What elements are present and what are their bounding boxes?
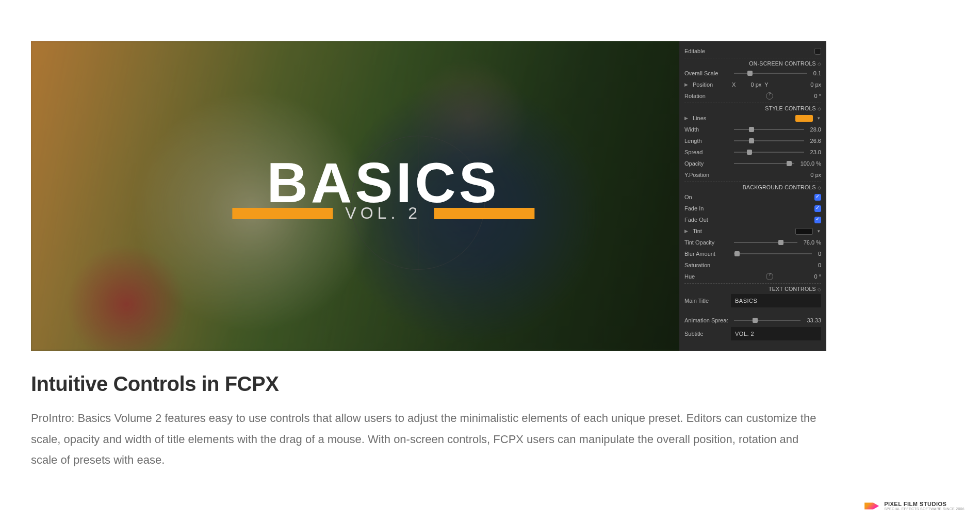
position-y-label: Y [764, 81, 768, 88]
blur-amount-value[interactable]: 0 [818, 251, 821, 257]
animation-spread-label: Animation Spread [684, 317, 728, 323]
yposition-label: Y.Position [684, 172, 728, 178]
bg-on-label: On [684, 194, 728, 200]
preview-screenshot: BASICS VOL. 2 Editable ON-SCREEN CONTROL… [31, 41, 826, 351]
spread-slider[interactable] [734, 152, 804, 153]
position-x-value[interactable]: 0 px [739, 81, 761, 88]
rotation-label: Rotation [684, 93, 728, 99]
section-text-controls: TEXT CONTROLS [684, 286, 821, 292]
position-x-label: X [732, 81, 736, 88]
overall-scale-label: Overall Scale [684, 70, 728, 76]
animation-spread-slider[interactable] [734, 320, 801, 321]
position-y-value[interactable]: 0 px [810, 81, 821, 88]
overall-scale-slider[interactable] [734, 73, 807, 74]
animation-spread-value[interactable]: 33.33 [807, 317, 821, 323]
editable-label: Editable [684, 48, 728, 54]
editable-checkbox[interactable] [814, 48, 821, 55]
hue-label: Hue [684, 273, 728, 280]
spread-value[interactable]: 23.0 [810, 149, 821, 155]
tint-opacity-slider[interactable] [734, 242, 797, 243]
tint-opacity-label: Tint Opacity [684, 239, 728, 246]
article-heading: Intuitive Controls in FCPX [31, 372, 836, 396]
opacity-slider[interactable] [734, 163, 794, 164]
spread-label: Spread [684, 149, 728, 155]
fade-in-label: Fade In [684, 205, 728, 211]
length-label: Length [684, 138, 728, 144]
overlay-bar-left [232, 208, 333, 219]
chevron-down-icon[interactable]: ▾ [816, 229, 821, 234]
fade-out-label: Fade Out [684, 217, 728, 223]
hue-dial[interactable] [766, 273, 773, 280]
section-background-controls: BACKGROUND CONTROLS [684, 184, 821, 190]
overall-scale-value[interactable]: 0.1 [813, 70, 821, 76]
brand-tagline: SPECIAL EFFECTS SOFTWARE SINCE 2006 [884, 507, 965, 511]
subtitle-input[interactable]: VOL. 2 [731, 327, 821, 340]
brand-badge: PIXEL FILM STUDIOS SPECIAL EFFECTS SOFTW… [864, 500, 965, 512]
lines-label: Lines [693, 115, 729, 121]
chevron-down-icon[interactable]: ▾ [816, 116, 821, 121]
position-label: Position [693, 81, 729, 88]
opacity-value[interactable]: 100.0 % [801, 160, 821, 167]
tint-label: Tint [693, 228, 729, 234]
blur-amount-label: Blur Amount [684, 251, 728, 257]
disclosure-triangle-icon[interactable]: ▶ [684, 229, 690, 234]
width-value[interactable]: 28.0 [810, 126, 821, 133]
yposition-value[interactable]: 0 px [810, 172, 821, 178]
opacity-label: Opacity [684, 160, 728, 167]
saturation-label: Saturation [684, 262, 728, 268]
bg-on-checkbox[interactable] [814, 194, 821, 201]
subtitle-field-label: Subtitle [684, 331, 728, 337]
fade-out-checkbox[interactable] [814, 217, 821, 223]
length-value[interactable]: 26.6 [810, 138, 821, 144]
main-title-input[interactable]: BASICS [731, 294, 821, 307]
disclosure-triangle-icon[interactable]: ▶ [684, 82, 690, 87]
tint-opacity-value[interactable]: 76.0 % [804, 239, 821, 246]
section-onscreen-controls: ON-SCREEN CONTROLS [684, 60, 821, 67]
width-label: Width [684, 126, 728, 133]
width-slider[interactable] [734, 129, 804, 130]
rotation-dial[interactable] [766, 92, 773, 100]
section-style-controls: STYLE CONTROLS [684, 105, 821, 111]
tint-color-swatch[interactable] [795, 228, 813, 235]
length-slider[interactable] [734, 140, 804, 141]
disclosure-triangle-icon[interactable]: ▶ [684, 116, 690, 121]
overlay-bar-right [434, 208, 534, 219]
lines-color-swatch[interactable] [795, 115, 813, 122]
title-overlay: BASICS VOL. 2 [232, 157, 534, 223]
saturation-value[interactable]: 0 [818, 262, 821, 268]
brand-logo-icon [864, 500, 879, 512]
rotation-value[interactable]: 0 ° [814, 93, 821, 99]
main-title-field-label: Main Title [684, 298, 728, 304]
overlay-main-title: BASICS [232, 157, 534, 208]
hue-value[interactable]: 0 ° [814, 273, 821, 280]
fade-in-checkbox[interactable] [814, 205, 821, 212]
article-body: ProIntro: Basics Volume 2 features easy … [31, 408, 825, 471]
brand-name: PIXEL FILM STUDIOS [884, 501, 965, 507]
inspector-panel: Editable ON-SCREEN CONTROLS Overall Scal… [679, 41, 826, 351]
overlay-subtitle: VOL. 2 [345, 204, 421, 223]
blur-amount-slider[interactable] [734, 253, 812, 254]
